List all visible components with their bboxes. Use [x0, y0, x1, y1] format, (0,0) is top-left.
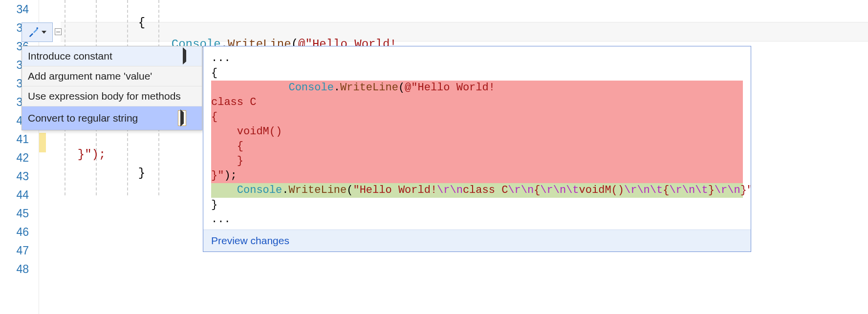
menu-item[interactable]: Convert to regular string: [22, 106, 202, 130]
code-line[interactable]: {: [124, 3, 145, 29]
diff-removed-line: }: [211, 154, 743, 168]
preview-footer: Preview changes: [203, 230, 751, 251]
menu-item[interactable]: Introduce constant: [22, 46, 202, 66]
token-string-end: }");: [78, 148, 106, 161]
diff-removed-line: voidM(): [211, 125, 743, 139]
line-number: 42: [9, 151, 29, 165]
quick-actions-menu: Introduce constantAdd argument name 'val…: [22, 46, 202, 130]
code-line[interactable]: }");: [64, 135, 106, 161]
line-number: 46: [9, 226, 29, 239]
line-number: 47: [9, 244, 29, 257]
preview-changes-link[interactable]: Preview changes: [211, 235, 289, 246]
menu-item[interactable]: Use expression body for methods: [22, 86, 202, 106]
diff-removed-line: Console.WriteLine(@"Hello World!: [211, 81, 743, 95]
diff-line: ...: [211, 212, 743, 227]
diff-removed-line: {: [211, 110, 743, 125]
line-number: 44: [9, 188, 29, 202]
line-number: 43: [9, 170, 29, 183]
diff-line: ...: [211, 51, 743, 66]
chevron-right-icon: [183, 47, 186, 64]
line-number: 34: [9, 3, 29, 16]
chevron-right-icon: [180, 109, 184, 126]
menu-item-label: Convert to regular string: [28, 112, 138, 124]
diff-line: }: [211, 198, 743, 212]
menu-item[interactable]: Add argument name 'value': [22, 66, 202, 86]
diff-removed-line: class C: [211, 95, 743, 110]
line-number: 48: [9, 263, 29, 276]
brace-open: {: [138, 16, 145, 29]
menu-item-label: Use expression body for methods: [28, 90, 181, 102]
line-number: 41: [9, 133, 29, 146]
outline-collapse-glyph[interactable]: [55, 28, 62, 35]
brace-close: }: [138, 167, 145, 180]
code-line[interactable]: }: [124, 153, 145, 180]
diff-removed-line: }");: [211, 168, 743, 183]
menu-item-label: Add argument name 'value': [28, 70, 152, 82]
diff-line: {: [211, 66, 743, 81]
preview-panel: ...{ Console.WriteLine(@"Hello World!cla…: [203, 46, 751, 252]
svg-point-0: [36, 27, 38, 29]
submenu-indicator: [183, 50, 186, 62]
diff-added-line: Console.WriteLine("Hello World!\r\nclass…: [211, 183, 743, 198]
quick-actions-button[interactable]: [22, 22, 53, 42]
diff-removed-line: {: [211, 139, 743, 154]
submenu-indicator: [178, 110, 186, 126]
modified-marker: [39, 133, 46, 152]
line-number: 45: [9, 207, 29, 220]
diff-view[interactable]: ...{ Console.WriteLine(@"Hello World!cla…: [203, 46, 751, 230]
menu-item-label: Introduce constant: [28, 50, 112, 62]
chevron-down-icon: [42, 31, 46, 34]
screwdriver-icon: [28, 27, 39, 38]
